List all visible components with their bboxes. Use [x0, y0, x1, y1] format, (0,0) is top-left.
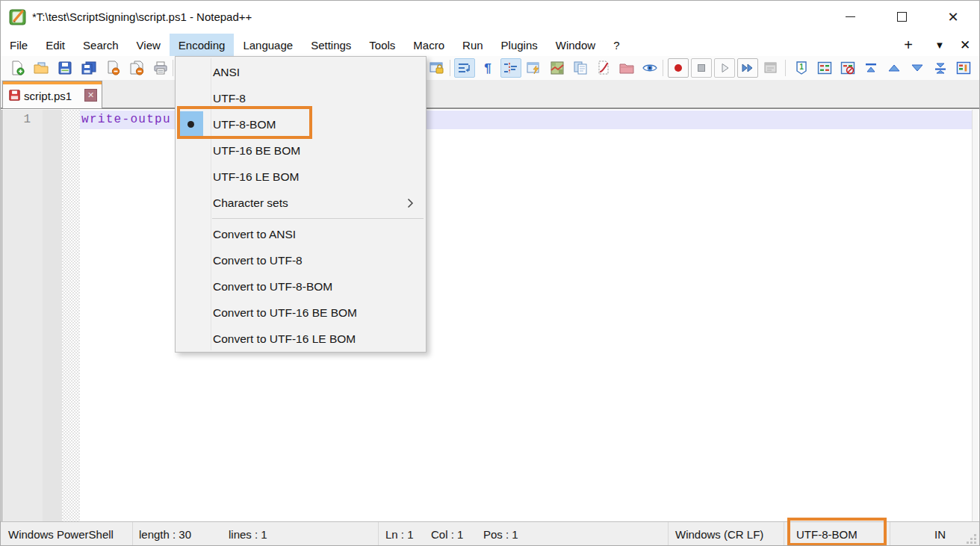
open-file-button[interactable] — [31, 58, 52, 78]
new-file-button[interactable] — [7, 58, 28, 78]
menu-window[interactable]: Window — [547, 34, 604, 56]
tab-close-icon[interactable]: ✕ — [84, 89, 97, 102]
show-indent-guide-button[interactable] — [500, 58, 521, 78]
folder-as-workspace-icon — [619, 61, 634, 75]
bookmark-clear-icon — [840, 61, 855, 75]
title-bar[interactable]: *T:\test\ScriptSigning\script.ps1 - Note… — [1, 1, 979, 34]
menu-encoding[interactable]: Encoding — [170, 34, 235, 56]
status-separator — [890, 522, 890, 546]
edit-pen-button[interactable] — [593, 58, 614, 78]
menu-item-convert-utf8[interactable]: Convert to UTF-8 — [176, 247, 426, 273]
macro-save-button[interactable] — [760, 58, 781, 78]
notepad-plus-plus-logo-icon — [8, 7, 28, 27]
menu-item-ansi[interactable]: ANSI — [176, 59, 426, 85]
menu-tools[interactable]: Tools — [360, 34, 404, 56]
tab-list-icon[interactable]: ▼ — [928, 34, 951, 56]
folder-as-workspace-button[interactable] — [616, 58, 637, 78]
monitoring-button[interactable] — [639, 58, 660, 78]
tab-script-ps1[interactable]: script.ps1 ✕ — [2, 81, 102, 108]
notepad-plus-plus-window: 1 write-outpu *T:\test\ScriptSigning\scr… — [0, 0, 980, 546]
menu-item-convert-utf16-le-bom[interactable]: Convert to UTF-16 LE BOM — [176, 326, 426, 352]
bookmark-number-icon: 1 — [794, 61, 809, 75]
menu-item-utf16-be-bom[interactable]: UTF-16 BE BOM — [176, 137, 426, 164]
menu-item-utf16-le-bom[interactable]: UTF-16 LE BOM — [176, 164, 426, 190]
bookmark-clear-button[interactable] — [837, 58, 858, 78]
function-list-icon — [527, 61, 542, 75]
macro-record-button[interactable] — [668, 58, 689, 78]
macro-run-multiple-button[interactable] — [737, 58, 758, 78]
menu-edit[interactable]: Edit — [37, 34, 74, 56]
toolbar-separator — [663, 60, 663, 76]
save-all-button[interactable] — [78, 58, 99, 78]
menu-bar: File Edit Search View Encoding Language … — [1, 34, 979, 56]
fold-expand-icon — [933, 61, 948, 75]
menu-language[interactable]: Language — [234, 34, 302, 56]
fold-up-button[interactable] — [884, 58, 905, 78]
word-wrap-button[interactable] — [454, 58, 475, 78]
fold-collapse-button[interactable] — [860, 58, 881, 78]
document-bars-button[interactable] — [953, 58, 974, 78]
menu-file[interactable]: File — [1, 34, 37, 56]
macro-save-icon — [763, 61, 778, 75]
document-map-button[interactable] — [547, 58, 568, 78]
bookmark-toggle-button[interactable] — [814, 58, 835, 78]
record-icon — [671, 61, 686, 75]
resize-grip-icon[interactable] — [967, 534, 977, 545]
menu-settings[interactable]: Settings — [302, 34, 360, 56]
editor-pane[interactable]: 1 write-outpu — [1, 108, 979, 521]
document-list-button[interactable] — [570, 58, 591, 78]
menu-item-convert-utf8-bom[interactable]: Convert to UTF-8-BOM — [176, 273, 426, 300]
bookmark-margin[interactable] — [43, 110, 62, 521]
unsaved-floppy-icon — [8, 89, 21, 102]
close-icon: ✕ — [947, 10, 958, 24]
svg-text:1: 1 — [799, 63, 804, 71]
menu-item-convert-utf16-be-bom[interactable]: Convert to UTF-16 BE BOM — [176, 300, 426, 326]
fold-down-button[interactable] — [907, 58, 928, 78]
submenu-arrow-icon — [407, 198, 414, 208]
menu-run[interactable]: Run — [453, 34, 492, 56]
menu-separator — [176, 216, 426, 221]
fold-margin[interactable] — [62, 110, 80, 521]
new-tab-button[interactable]: + — [897, 34, 919, 56]
minimize-button[interactable] — [833, 1, 867, 33]
fold-collapse-icon — [863, 61, 878, 75]
toolbar-separator — [785, 60, 786, 76]
window-lock-button[interactable] — [427, 58, 447, 78]
show-all-characters-button[interactable]: ¶ — [477, 58, 498, 78]
close-all-documents-button[interactable] — [126, 58, 147, 78]
close-tab-icon[interactable]: ✕ — [954, 34, 976, 56]
function-list-button[interactable] — [524, 58, 545, 78]
status-col: Col : 1 — [431, 528, 463, 541]
status-insert-mode: IN — [934, 528, 946, 541]
fold-down-icon — [910, 61, 925, 75]
menu-view[interactable]: View — [128, 34, 170, 56]
fold-up-icon — [887, 61, 902, 75]
bookmark-first-button[interactable]: 1 — [791, 58, 812, 78]
maximize-icon — [897, 12, 907, 22]
save-button[interactable] — [55, 58, 75, 78]
open-folder-icon — [34, 61, 49, 75]
line-number: 1 — [23, 113, 31, 126]
line-number-margin: 1 — [1, 110, 43, 521]
menu-macro[interactable]: Macro — [404, 34, 453, 56]
fold-expand-button[interactable] — [930, 58, 951, 78]
close-button[interactable]: ✕ — [936, 1, 970, 33]
maximize-button[interactable] — [884, 1, 919, 33]
macro-play-button[interactable] — [714, 58, 735, 78]
close-document-button[interactable] — [102, 58, 123, 78]
menu-item-convert-ansi[interactable]: Convert to ANSI — [176, 221, 426, 247]
toolbar-separator — [173, 60, 173, 76]
vertical-scrollbar[interactable] — [972, 110, 979, 521]
menu-plugins[interactable]: Plugins — [492, 34, 547, 56]
menu-help[interactable]: ? — [604, 34, 628, 56]
close-document-icon — [105, 61, 120, 75]
print-button[interactable] — [150, 58, 171, 78]
menu-search[interactable]: Search — [74, 34, 128, 56]
close-all-documents-icon — [129, 61, 144, 75]
code-line: write-outpu — [81, 113, 171, 126]
menu-item-character-sets[interactable]: Character sets — [176, 190, 426, 216]
tab-label: script.ps1 — [24, 90, 72, 102]
document-bars-icon — [956, 61, 971, 75]
bookmark-toggle-icon — [817, 61, 832, 75]
macro-stop-button[interactable] — [691, 58, 712, 78]
